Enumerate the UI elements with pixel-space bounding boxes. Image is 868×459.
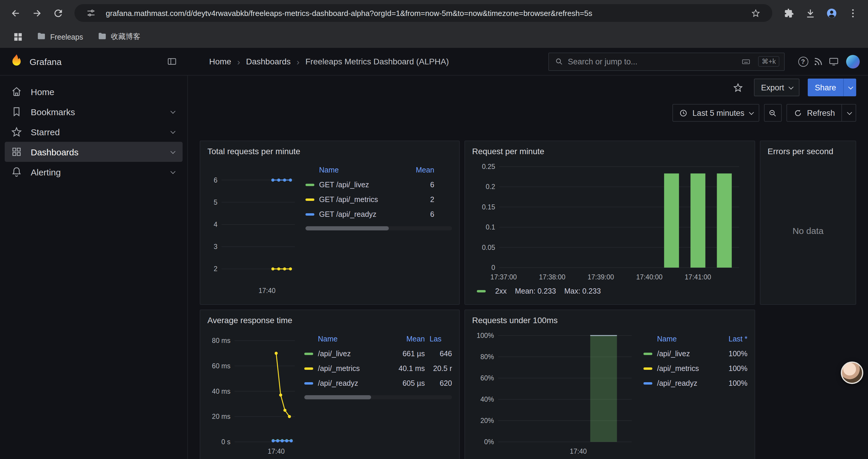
series-swatch <box>477 290 486 292</box>
series-mean: 605 µs <box>388 379 425 387</box>
time-range-picker[interactable]: Last 5 minutes <box>673 104 759 122</box>
legend-table: Name Last * /api/_livez 100% <box>644 328 747 459</box>
svg-text:0.25: 0.25 <box>482 163 495 170</box>
series-swatch <box>306 213 314 215</box>
sidebar-item-alerting[interactable]: Alerting <box>5 162 183 182</box>
series-name[interactable]: /api/_readyz <box>657 379 712 387</box>
panel-title[interactable]: Requests under 100ms <box>465 310 754 326</box>
panel-title[interactable]: Average response time <box>200 310 459 326</box>
svg-text:6: 6 <box>214 176 217 184</box>
user-avatar[interactable] <box>846 55 860 68</box>
chevron-down-icon[interactable] <box>170 109 176 114</box>
svg-text:20%: 20% <box>480 417 494 424</box>
legend-header-mean[interactable]: Mean <box>401 166 434 174</box>
series-name[interactable]: /api/_metrics <box>657 364 712 372</box>
breadcrumb-home[interactable]: Home <box>209 57 231 66</box>
legend-header-name[interactable]: Name <box>306 166 401 174</box>
chevron-down-icon <box>749 110 754 115</box>
breadcrumb-dashboards[interactable]: Dashboards <box>246 57 291 66</box>
bookmark-freeleaps[interactable]: Freeleaps <box>32 29 88 45</box>
bookmark-star-icon[interactable] <box>746 4 765 23</box>
scrollbar-thumb[interactable] <box>304 395 371 399</box>
legend-row: /api/_readyz 605 µs 620 <box>304 376 452 391</box>
panel-title[interactable]: Request per minute <box>465 141 754 157</box>
search-field[interactable] <box>568 57 733 66</box>
apps-grid-icon[interactable] <box>8 28 27 46</box>
panel-title[interactable]: Total requests per minute <box>200 141 459 157</box>
bookmark-icon <box>11 106 23 118</box>
svg-text:17:40:00: 17:40:00 <box>636 273 663 281</box>
refresh-button[interactable]: Refresh <box>787 104 841 121</box>
chart-total-requests[interactable]: 6543217:40 <box>208 160 301 297</box>
breadcrumb-current: Freeleaps Metrics Dashboard (ALPHA) <box>306 57 449 66</box>
news-rss-icon[interactable] <box>811 54 826 69</box>
series-name[interactable]: /api/_readyz <box>318 379 388 387</box>
series-mean: 6 <box>401 210 434 218</box>
browser-profile-avatar[interactable] <box>822 4 841 23</box>
series-mean-stat: Mean: 0.233 <box>515 287 556 295</box>
chevron-down-icon[interactable] <box>170 149 176 154</box>
sidebar-item-bookmarks[interactable]: Bookmarks <box>5 102 183 122</box>
grafana-top-nav: Grafana Home › Dashboards › Freeleaps Me… <box>0 48 868 76</box>
sidebar-item-dashboards[interactable]: Dashboards <box>5 142 183 162</box>
series-name[interactable]: GET /api/_metrics <box>319 195 401 203</box>
bookmark-label: Freeleaps <box>50 33 83 41</box>
chart-request-per-minute[interactable]: 0.250.20.150.10.05017:37:0017:38:0017:39… <box>472 160 747 283</box>
panel-title[interactable]: Errors per second <box>761 141 856 157</box>
bell-icon <box>11 166 23 178</box>
series-name[interactable]: /api/_livez <box>657 350 712 358</box>
series-name[interactable]: GET /api/_readyz <box>319 210 401 218</box>
help-icon[interactable]: ? <box>795 54 811 69</box>
legend-header-mean[interactable]: Mean <box>388 335 425 343</box>
refresh-icon <box>793 108 802 117</box>
url-input[interactable] <box>106 8 741 18</box>
grafana-logo[interactable] <box>9 53 24 70</box>
back-button[interactable] <box>6 4 25 23</box>
chevron-down-icon[interactable] <box>170 169 176 174</box>
chart-average-response-time[interactable]: 80 ms60 ms40 ms20 ms0 s17:40 <box>208 328 300 457</box>
legend-header-name[interactable]: Name <box>644 335 712 343</box>
sidebar-item-starred[interactable]: Starred <box>5 122 183 142</box>
legend-header-name[interactable]: Name <box>304 335 388 343</box>
extensions-icon[interactable] <box>779 4 798 23</box>
star-icon <box>11 126 23 138</box>
legend-row: GET /api/_livez 6 <box>306 177 452 192</box>
share-button[interactable]: Share <box>808 78 843 96</box>
series-last: 620 <box>425 379 452 387</box>
share-menu-caret[interactable] <box>843 78 856 96</box>
legend-header-last[interactable]: Last * <box>712 335 747 343</box>
favorite-star-icon[interactable] <box>730 80 746 95</box>
refresh-interval-caret[interactable] <box>841 104 856 121</box>
bookmark-blog-folder[interactable]: 收藏博客 <box>92 29 145 45</box>
sidebar-item-home[interactable]: Home <box>5 81 183 102</box>
browser-menu-icon[interactable] <box>843 4 862 23</box>
site-settings-icon[interactable] <box>82 4 100 23</box>
legend-header-last[interactable]: Las <box>425 335 452 343</box>
svg-text:80%: 80% <box>480 353 494 361</box>
mega-menu-toggle-icon[interactable] <box>164 54 180 69</box>
export-button[interactable]: Export <box>754 78 800 96</box>
series-name[interactable]: GET /api/_livez <box>319 181 401 189</box>
svg-text:0 s: 0 s <box>221 438 230 446</box>
series-name[interactable]: /api/_livez <box>318 350 388 358</box>
address-bar[interactable] <box>74 4 772 22</box>
downloads-icon[interactable] <box>801 4 819 23</box>
svg-text:40%: 40% <box>480 395 494 403</box>
chart-requests-under-100ms[interactable]: 100%80%60%40%20%0%17:40 <box>472 328 639 457</box>
panel-request-per-minute: Request per minute 0.250.20.150.10.05017… <box>464 140 755 305</box>
forward-button[interactable] <box>27 4 46 23</box>
series-name[interactable]: 2xx <box>495 287 507 295</box>
scrollbar-thumb[interactable] <box>306 226 389 230</box>
series-last: 100% <box>712 350 747 358</box>
zoom-out-button[interactable] <box>764 104 781 122</box>
dashboards-grid-icon <box>11 146 23 158</box>
search-input[interactable]: ⌘+k <box>548 52 785 71</box>
chevron-down-icon[interactable] <box>170 129 176 134</box>
reload-button[interactable] <box>49 4 67 23</box>
monitor-icon[interactable] <box>826 54 841 69</box>
legend-row: GET /api/_metrics 2 <box>306 192 452 207</box>
assistant-avatar[interactable] <box>841 362 863 384</box>
series-name[interactable]: /api/_metrics <box>318 364 388 372</box>
svg-text:60 ms: 60 ms <box>212 362 230 370</box>
series-last: 646 <box>425 350 452 358</box>
